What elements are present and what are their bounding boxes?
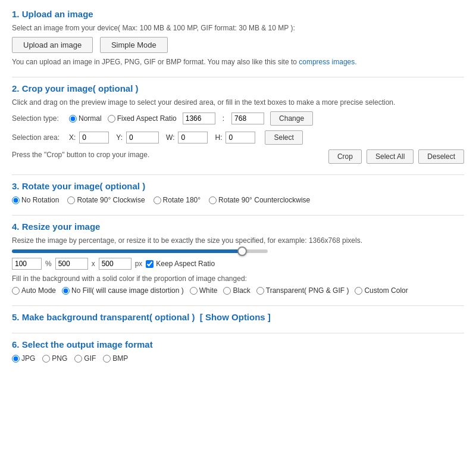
fill-bg-note: Fill in the background with a solid colo… [12, 274, 464, 283]
fill-auto-label: Auto Mode [21, 286, 56, 295]
percent-symbol: % [45, 260, 52, 268]
fill-black-label: Black [233, 286, 250, 295]
radio-normal-input[interactable] [69, 115, 77, 123]
rotate-180-label: Rotate 180° [163, 196, 201, 204]
aspect-w-input[interactable] [183, 113, 215, 124]
radio-normal-item[interactable]: Normal [69, 114, 102, 123]
fill-black-input[interactable] [223, 287, 231, 295]
resize-slider-wrap [12, 249, 464, 253]
w-label: W: [166, 133, 174, 142]
fill-white-item[interactable]: White [190, 286, 218, 295]
rotate-no-rotation-item[interactable]: No Rotation [12, 196, 59, 204]
deselect-button[interactable]: Deselect [418, 149, 464, 164]
crop-button[interactable]: Crop [328, 149, 362, 164]
h-label: H: [215, 133, 222, 142]
crop-action-area: Press the "Crop" button to crop your ima… [12, 149, 464, 164]
keep-aspect-label[interactable]: Keep Aspect Ratio [146, 260, 215, 268]
upload-image-button[interactable]: Upload an image [12, 37, 93, 53]
radio-fixed-label: Fixed Aspect Ratio [117, 114, 177, 123]
rotate-no-rotation-label: No Rotation [21, 196, 59, 204]
format-jpg-item[interactable]: JPG [12, 354, 35, 363]
upload-description: Select an image from your device( Max: 1… [12, 24, 464, 32]
rotate-90ccw-input[interactable] [209, 196, 217, 204]
show-options-link[interactable]: [ Show Options ] [200, 312, 271, 322]
divider-5 [12, 333, 464, 333]
fill-no-fill-input[interactable] [62, 287, 70, 295]
format-gif-label: GIF [84, 354, 96, 363]
crop-action-buttons: Crop Select All Deselect [328, 149, 464, 164]
resize-inputs-row: % x px Keep Aspect Ratio [12, 258, 464, 270]
upload-section: 1. Upload an image Select an image from … [12, 9, 464, 66]
divider-3 [12, 215, 464, 216]
w-input[interactable] [178, 132, 208, 143]
fill-transparent-label: Transparent( PNG & GIF ) [266, 286, 349, 295]
resize-slider-track[interactable] [12, 249, 268, 253]
resize-percent-input[interactable] [12, 258, 42, 270]
format-row: JPG PNG GIF BMP [12, 354, 464, 363]
format-bmp-input[interactable] [103, 355, 111, 363]
format-gif-input[interactable] [74, 355, 82, 363]
keep-aspect-text: Keep Aspect Ratio [156, 260, 215, 268]
fill-custom-item[interactable]: Custom Color [355, 286, 408, 295]
rotate-180-item[interactable]: Rotate 180° [154, 196, 201, 204]
rotate-no-rotation-input[interactable] [12, 196, 20, 204]
y-input[interactable] [126, 132, 159, 143]
format-jpg-label: JPG [21, 354, 35, 363]
crop-press-note: Press the "Crop" button to crop your ima… [12, 151, 149, 159]
h-input[interactable] [226, 132, 255, 143]
fill-black-item[interactable]: Black [223, 286, 250, 295]
divider-2 [12, 174, 464, 175]
selection-type-label: Selection type: [12, 114, 65, 123]
fill-auto-input[interactable] [12, 287, 20, 295]
format-jpg-input[interactable] [12, 355, 20, 363]
resize-height-input[interactable] [99, 258, 131, 270]
fill-transparent-item[interactable]: Transparent( PNG & GIF ) [256, 286, 349, 295]
resize-width-input[interactable] [55, 258, 88, 270]
format-png-label: PNG [52, 354, 67, 363]
rotate-heading: 3. Rotate your image( optional ) [12, 181, 464, 191]
rotate-section: 3. Rotate your image( optional ) No Rota… [12, 181, 464, 204]
fill-no-fill-item[interactable]: No Fill( will cause image distortion ) [62, 286, 184, 295]
x-label: X: [69, 133, 76, 142]
resize-slider-thumb[interactable] [237, 246, 247, 256]
radio-fixed-item[interactable]: Fixed Aspect Ratio [108, 114, 177, 123]
colon-separator: : [223, 114, 224, 123]
simple-mode-button[interactable]: Simple Mode [100, 37, 168, 53]
rotate-90ccw-label: Rotate 90° Counterclockwise [218, 196, 310, 204]
fill-white-label: White [199, 286, 218, 295]
resize-description: Resize the image by percentage, or resiz… [12, 236, 464, 245]
rotate-90cw-input[interactable] [67, 196, 75, 204]
upload-note: You can upload an image in JPEG, PNG, GI… [12, 58, 464, 66]
format-png-item[interactable]: PNG [42, 354, 67, 363]
aspect-h-input[interactable] [231, 113, 264, 124]
fill-transparent-input[interactable] [256, 287, 264, 295]
format-gif-item[interactable]: GIF [74, 354, 96, 363]
selection-area-row: Selection area: X: Y: W: H: Select [12, 130, 464, 145]
format-png-input[interactable] [42, 355, 50, 363]
transparent-section: 5. Make background transparent( optional… [12, 312, 464, 322]
keep-aspect-checkbox[interactable] [146, 260, 154, 268]
fill-auto-item[interactable]: Auto Mode [12, 286, 56, 295]
crop-heading: 2. Crop your image( optional ) [12, 83, 464, 93]
crop-description: Click and drag on the preview image to s… [12, 98, 464, 107]
crop-section: 2. Crop your image( optional ) Click and… [12, 83, 464, 164]
rotate-90cw-item[interactable]: Rotate 90° Clockwise [67, 196, 145, 204]
radio-fixed-input[interactable] [108, 115, 115, 123]
selection-type-radios: Normal Fixed Aspect Ratio : Change [69, 111, 313, 126]
y-label: Y: [116, 133, 123, 142]
radio-normal-label: Normal [79, 114, 102, 123]
px-label: px [135, 260, 143, 268]
rotate-90cw-label: Rotate 90° Clockwise [77, 196, 145, 204]
fill-white-input[interactable] [190, 287, 198, 295]
divider-1 [12, 77, 464, 77]
rotate-radios-row: No Rotation Rotate 90° Clockwise Rotate … [12, 196, 464, 204]
x-input[interactable] [79, 132, 109, 143]
change-button[interactable]: Change [270, 111, 313, 126]
select-all-button[interactable]: Select All [367, 149, 414, 164]
rotate-90ccw-item[interactable]: Rotate 90° Counterclockwise [209, 196, 310, 204]
select-button[interactable]: Select [265, 130, 302, 145]
rotate-180-input[interactable] [154, 196, 161, 204]
compress-images-link[interactable]: compress images. [299, 58, 356, 66]
format-bmp-item[interactable]: BMP [103, 354, 128, 363]
fill-custom-input[interactable] [355, 287, 362, 295]
